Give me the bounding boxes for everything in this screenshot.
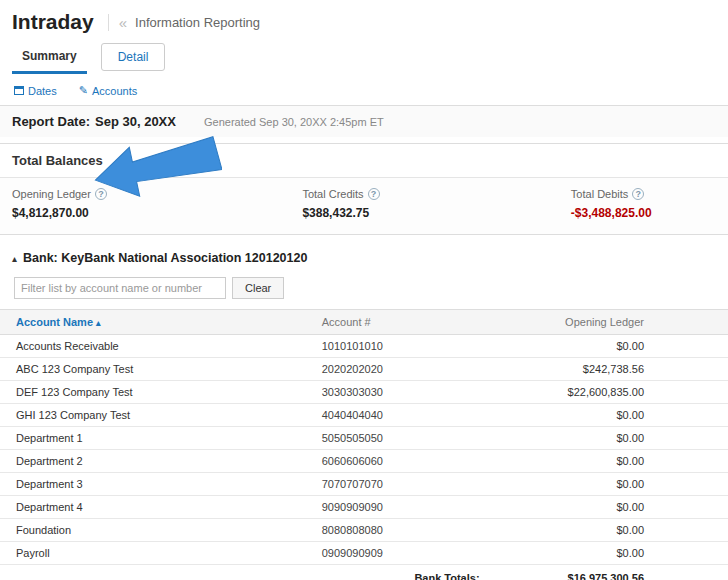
stat-total-credits: Total Credits ? $388,432.75 — [242, 188, 484, 220]
report-date-row: Report Date: Sep 30, 20XX Generated Sep … — [0, 105, 728, 137]
page-title: Intraday — [12, 10, 94, 34]
opening-ledger-cell: $0.00 — [510, 427, 728, 450]
account-name-cell: ABC 123 Company Test — [0, 358, 306, 381]
sort-asc-icon: ▴ — [96, 318, 101, 328]
account-number-cell: 5050505050 — [306, 427, 510, 450]
tab-bar: Summary Detail — [0, 34, 728, 74]
dates-link-label: Dates — [28, 85, 57, 97]
bank-title: Bank: KeyBank National Association 12012… — [23, 251, 307, 265]
column-header-opening-ledger[interactable]: Opening Ledger — [510, 310, 728, 335]
bank-totals-label: Bank Totals: — [306, 565, 510, 580]
account-name-cell: Accounts Receivable — [0, 335, 306, 358]
account-number-cell: 4040404040 — [306, 404, 510, 427]
table-row[interactable]: ABC 123 Company Test 2020202020 $242,738… — [0, 358, 728, 381]
stat-total-credits-value: $388,432.75 — [302, 206, 484, 220]
account-name-cell: Department 4 — [0, 496, 306, 519]
quick-links: Dates ✎ Accounts — [0, 74, 728, 105]
table-header-row: Account Name ▴ Account # Opening Ledger — [0, 310, 728, 335]
stat-total-credits-label: Total Credits — [302, 188, 363, 200]
table-row[interactable]: DEF 123 Company Test 3030303030 $22,600,… — [0, 381, 728, 404]
table-row[interactable]: Foundation 8080808080 $0.00 — [0, 519, 728, 542]
accounts-link-label: Accounts — [92, 85, 137, 97]
stat-opening-ledger-value: $4,812,870.00 — [12, 206, 242, 220]
table-row[interactable]: Accounts Receivable 1010101010 $0.00 — [0, 335, 728, 358]
back-chevron-icon[interactable]: « — [108, 14, 127, 31]
table-row[interactable]: Department 2 6060606060 $0.00 — [0, 450, 728, 473]
account-name-cell: Department 1 — [0, 427, 306, 450]
account-number-cell: 6060606060 — [306, 450, 510, 473]
stat-opening-ledger: Opening Ledger ? $4,812,870.00 — [0, 188, 242, 220]
opening-ledger-cell: $0.00 — [510, 473, 728, 496]
report-date-value: Sep 30, 20XX — [95, 114, 176, 129]
filter-input[interactable] — [14, 277, 226, 299]
help-icon[interactable]: ? — [368, 188, 380, 200]
account-name-cell: Foundation — [0, 519, 306, 542]
tab-detail[interactable]: Detail — [101, 43, 166, 71]
total-balances-title: Total Balances — [0, 144, 728, 178]
account-number-cell: 2020202020 — [306, 358, 510, 381]
tab-summary[interactable]: Summary — [12, 43, 87, 74]
report-date-label: Report Date: — [12, 114, 90, 129]
generated-timestamp: Generated Sep 30, 20XX 2:45pm ET — [204, 116, 384, 128]
stat-total-debits: Total Debits ? -$3,488,825.00 — [485, 188, 727, 220]
account-number-cell: 7070707070 — [306, 473, 510, 496]
collapse-caret-icon[interactable]: ▴ — [12, 253, 17, 264]
clear-button[interactable]: Clear — [232, 277, 284, 299]
account-name-cell: Department 3 — [0, 473, 306, 496]
total-balances-panel: Total Balances Opening Ledger ? $4,812,8… — [0, 143, 728, 235]
account-name-cell: GHI 123 Company Test — [0, 404, 306, 427]
opening-ledger-cell: $242,738.56 — [510, 358, 728, 381]
column-header-account-number[interactable]: Account # — [306, 310, 510, 335]
help-icon[interactable]: ? — [95, 188, 107, 200]
table-row[interactable]: Payroll 0909090909 $0.00 — [0, 542, 728, 565]
opening-ledger-cell: $0.00 — [510, 450, 728, 473]
account-number-cell: 1010101010 — [306, 335, 510, 358]
stat-total-debits-label: Total Debits — [571, 188, 628, 200]
bank-section-header[interactable]: ▴ Bank: KeyBank National Association 120… — [0, 235, 728, 275]
table-row[interactable]: GHI 123 Company Test 4040404040 $0.00 — [0, 404, 728, 427]
bank-totals-row: Bank Totals: $16,975,300.56 — [0, 565, 728, 580]
opening-ledger-cell: $0.00 — [510, 519, 728, 542]
table-row[interactable]: Department 4 9090909090 $0.00 — [0, 496, 728, 519]
opening-ledger-cell: $0.00 — [510, 335, 728, 358]
intraday-page: Intraday « Information Reporting Summary… — [0, 0, 728, 580]
account-name-cell: Department 2 — [0, 450, 306, 473]
pencil-icon: ✎ — [79, 84, 88, 97]
bank-totals-value: $16,975,300.56 — [510, 565, 728, 580]
stat-opening-ledger-label: Opening Ledger — [12, 188, 91, 200]
filter-row: Clear — [0, 275, 728, 309]
stat-total-debits-value: -$3,488,825.00 — [571, 206, 727, 220]
accounts-table: Account Name ▴ Account # Opening Ledger … — [0, 309, 728, 580]
account-number-cell: 8080808080 — [306, 519, 510, 542]
accounts-link[interactable]: ✎ Accounts — [79, 84, 137, 97]
help-icon[interactable]: ? — [632, 188, 644, 200]
account-name-cell: Payroll — [0, 542, 306, 565]
opening-ledger-cell: $0.00 — [510, 404, 728, 427]
account-number-cell: 9090909090 — [306, 496, 510, 519]
table-row[interactable]: Department 1 5050505050 $0.00 — [0, 427, 728, 450]
totals-spacer — [0, 565, 306, 580]
balance-stats: Opening Ledger ? $4,812,870.00 Total Cre… — [0, 178, 728, 234]
page-header: Intraday « Information Reporting — [0, 0, 728, 34]
dates-link[interactable]: Dates — [14, 85, 57, 97]
account-number-cell: 3030303030 — [306, 381, 510, 404]
column-header-account-name[interactable]: Account Name ▴ — [0, 310, 306, 335]
calendar-icon — [14, 86, 24, 95]
breadcrumb[interactable]: Information Reporting — [135, 15, 260, 30]
opening-ledger-cell: $0.00 — [510, 496, 728, 519]
table-row[interactable]: Department 3 7070707070 $0.00 — [0, 473, 728, 496]
opening-ledger-cell: $22,600,835.00 — [510, 381, 728, 404]
account-number-cell: 0909090909 — [306, 542, 510, 565]
account-name-cell: DEF 123 Company Test — [0, 381, 306, 404]
opening-ledger-cell: $0.00 — [510, 542, 728, 565]
